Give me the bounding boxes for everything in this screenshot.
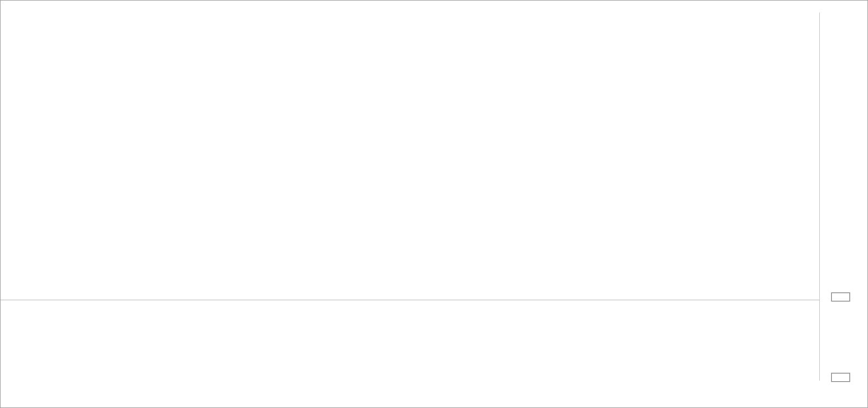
pane-divider[interactable] bbox=[1, 300, 820, 300]
volume-pane-canvas[interactable] bbox=[1, 301, 820, 381]
chart-titlebar bbox=[1, 1, 867, 13]
chart-window bbox=[0, 0, 868, 408]
volume-axis-auto-button[interactable] bbox=[831, 373, 850, 382]
price-axis-auto-button[interactable] bbox=[831, 293, 850, 301]
price-pane-canvas[interactable] bbox=[1, 13, 820, 300]
axis-separator bbox=[819, 13, 820, 381]
